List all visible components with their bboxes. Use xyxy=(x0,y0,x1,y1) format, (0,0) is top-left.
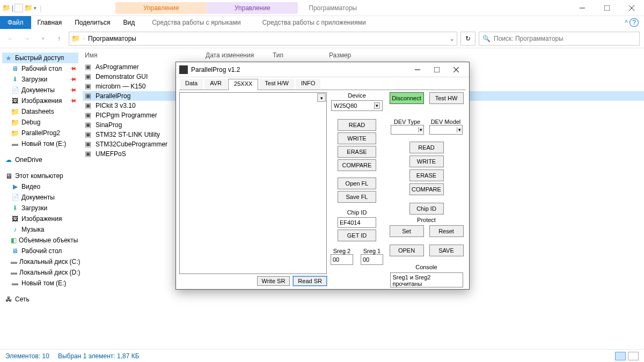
ribbon-subtab-shortcut[interactable]: Средства работы с ярлыками xyxy=(141,19,251,26)
nav-item[interactable]: Новый том (E:) xyxy=(2,138,78,149)
sreg1-input[interactable] xyxy=(361,254,383,265)
app-minimize[interactable] xyxy=(408,62,427,77)
context-tab-app[interactable]: Управление xyxy=(207,2,298,14)
app-maximize[interactable] xyxy=(427,62,447,77)
nav-up[interactable]: ↑ xyxy=(53,32,65,45)
nav-item[interactable]: Рабочий стол📌 xyxy=(2,63,78,74)
open-button[interactable]: OPEN xyxy=(390,245,424,256)
col-size[interactable]: Размер xyxy=(329,51,362,59)
window-controls xyxy=(570,0,644,16)
context-tab-shortcut[interactable]: Управление xyxy=(115,2,207,14)
read-sr-button[interactable]: Read SR xyxy=(293,276,327,286)
devtype-select[interactable]: ▾ xyxy=(391,125,424,135)
chevron-down-icon[interactable]: ▾ xyxy=(374,102,380,109)
app-tab[interactable]: 25XXX xyxy=(228,79,258,90)
save-fl-button[interactable]: Save FL xyxy=(338,191,376,203)
search-box[interactable]: 🔍 xyxy=(479,32,640,46)
nav-item[interactable]: Локальный диск (D:) xyxy=(2,267,78,278)
nav-item[interactable]: Музыка xyxy=(2,224,78,235)
app-titlebar[interactable]: ParallelProg v1.2 xyxy=(176,62,469,77)
nav-item[interactable]: Изображения📌 xyxy=(2,95,78,106)
nav-item[interactable]: Изображения xyxy=(2,213,78,224)
col-name[interactable]: Имя xyxy=(85,51,206,59)
nav-item[interactable]: Рабочий стол xyxy=(2,246,78,256)
address-bar[interactable]: › Программаторы ⌄ xyxy=(69,32,457,46)
nav-forward[interactable]: → xyxy=(20,32,33,45)
save-button[interactable]: SAVE xyxy=(429,245,464,256)
read-button[interactable]: READ xyxy=(338,119,376,131)
nav-item[interactable]: Загрузки xyxy=(2,203,78,213)
refresh-button[interactable]: ↻ xyxy=(460,32,475,46)
device-select[interactable]: W25Q80▾ xyxy=(331,100,383,111)
open-fl-button[interactable]: Open FL xyxy=(338,178,376,189)
ribbon-tab-share[interactable]: Поделиться xyxy=(68,16,116,29)
nav-icon xyxy=(11,86,19,94)
qat-item[interactable] xyxy=(14,4,23,12)
r-compare-button[interactable]: COMPARE xyxy=(409,183,444,195)
nav-item[interactable]: Объемные объекты xyxy=(2,235,78,246)
view-details[interactable] xyxy=(615,352,626,360)
set-button[interactable]: Set xyxy=(390,225,424,237)
data-listbox[interactable]: ▾ xyxy=(179,92,327,274)
sreg2-input[interactable] xyxy=(331,254,353,265)
search-input[interactable] xyxy=(494,35,636,42)
nav-this-pc[interactable]: Этот компьютер xyxy=(2,171,78,181)
nav-icon xyxy=(11,97,19,105)
ribbon-tab-home[interactable]: Главная xyxy=(31,16,69,29)
write-button[interactable]: WRITE xyxy=(338,132,376,144)
test-hw-button[interactable]: Test HW xyxy=(429,92,464,104)
ribbon-tab-file[interactable]: Файл xyxy=(0,16,31,29)
app-icon xyxy=(85,63,93,71)
nav-icon xyxy=(11,182,19,191)
view-large[interactable] xyxy=(628,352,639,360)
nav-item[interactable]: Видео xyxy=(2,181,78,192)
reset-button[interactable]: Reset xyxy=(429,225,464,237)
status-items: Элементов: 10 xyxy=(5,352,49,360)
app-tab[interactable]: Test H/W xyxy=(259,78,295,90)
r-write-button[interactable]: WRITE xyxy=(409,156,444,167)
nav-item[interactable]: Debug xyxy=(2,117,78,128)
folder-icon[interactable] xyxy=(24,4,33,12)
ribbon-subtab-app[interactable]: Средства работы с приложениями xyxy=(252,19,377,26)
nav-back[interactable]: ← xyxy=(4,32,17,45)
nav-item[interactable]: Datasheets xyxy=(2,106,78,117)
app-tab[interactable]: INFO xyxy=(295,78,321,90)
chip-id-button[interactable]: Chip ID xyxy=(409,203,444,215)
nav-quick-access[interactable]: Быстрый доступ xyxy=(2,53,78,63)
col-type[interactable]: Тип xyxy=(273,51,329,59)
nav-history[interactable]: ▾ xyxy=(36,32,49,45)
nav-item[interactable]: ParallelProg2 xyxy=(2,128,78,138)
devmodel-select[interactable]: ▾ xyxy=(429,125,463,135)
minimize-button[interactable] xyxy=(570,0,595,16)
compare-button[interactable]: COMPARE xyxy=(338,159,376,171)
maximize-button[interactable] xyxy=(595,0,619,16)
nav-item[interactable]: Документы xyxy=(2,192,78,203)
nav-onedrive[interactable]: OneDrive xyxy=(2,154,78,165)
disconnect-button[interactable]: Disconnect xyxy=(390,92,424,104)
r-erase-button[interactable]: ERASE xyxy=(409,169,444,181)
nav-item[interactable]: Локальный диск (C:) xyxy=(2,256,78,267)
get-id-button[interactable]: GET ID xyxy=(338,230,376,241)
ribbon-tab-view[interactable]: Вид xyxy=(116,16,141,29)
erase-button[interactable]: ERASE xyxy=(338,146,376,158)
write-sr-button[interactable]: Write SR xyxy=(257,276,290,286)
r-read-button[interactable]: READ xyxy=(409,142,444,153)
chipid-input[interactable] xyxy=(338,217,376,228)
nav-item[interactable]: Документы📌 xyxy=(2,85,78,95)
address-row: ← → ▾ ↑ › Программаторы ⌄ ↻ 🔍 xyxy=(0,29,644,48)
app-close[interactable] xyxy=(447,62,466,77)
nav-network[interactable]: Сеть xyxy=(2,294,78,305)
nav-item[interactable]: Загрузки📌 xyxy=(2,74,78,85)
app-tab[interactable]: AVR xyxy=(204,78,228,90)
col-date[interactable]: Дата изменения xyxy=(206,51,273,59)
pin-icon: 📌 xyxy=(69,97,77,105)
nav-item[interactable]: Новый том (E:) xyxy=(2,278,78,289)
chevron-down-icon[interactable]: ▾ xyxy=(317,93,326,102)
console-output: Sreg1 и Sreg2 прочитаны xyxy=(390,272,463,287)
chevron-down-icon[interactable]: ⌄ xyxy=(449,35,455,42)
close-button[interactable] xyxy=(619,0,644,16)
qat-dropdown[interactable]: ▾ xyxy=(34,5,36,11)
ribbon-help[interactable]: ^ ? xyxy=(619,19,644,26)
app-tab[interactable]: Data xyxy=(179,78,203,90)
window-title: Программаторы xyxy=(309,4,357,12)
